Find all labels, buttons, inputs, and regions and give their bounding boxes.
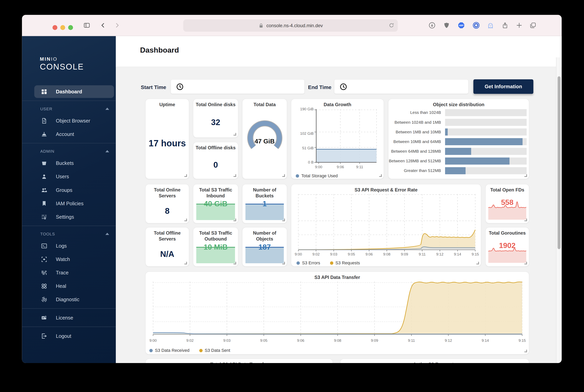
offline-disks-card: Total Offline disks 0 bbox=[193, 142, 238, 179]
resize-handle-icon[interactable] bbox=[282, 262, 285, 264]
settings-icon bbox=[41, 214, 47, 220]
resize-handle-icon[interactable] bbox=[282, 174, 285, 177]
traffic-inbound-value: 40 GiB bbox=[193, 200, 238, 208]
x-axis-tick: 9:12 bbox=[445, 338, 452, 342]
y-axis-tick: 102 GiB bbox=[291, 132, 314, 136]
buckets-card: Number of Buckets 1 bbox=[242, 184, 287, 224]
chart-title: Active S3 Requests bbox=[340, 362, 529, 363]
bar-fill bbox=[445, 138, 522, 145]
x-axis-tick: 9:14 bbox=[482, 338, 489, 342]
get-information-button[interactable]: Get Information bbox=[474, 80, 533, 94]
end-time-input[interactable] bbox=[334, 80, 468, 94]
offline-servers-value: N/A bbox=[146, 242, 189, 266]
end-time-label: End Time bbox=[308, 84, 332, 90]
sidebar-item-object-browser[interactable]: Object Browser bbox=[22, 114, 116, 127]
collapse-icon[interactable] bbox=[106, 108, 109, 110]
page-header: Dashboard bbox=[116, 36, 562, 67]
x-axis-tick: 9:15 bbox=[518, 338, 526, 342]
dashboard-icon bbox=[41, 88, 47, 95]
lock-icon bbox=[258, 22, 264, 28]
total-data-card: Total Data 47 GiB bbox=[242, 99, 287, 179]
resize-handle-icon[interactable] bbox=[184, 219, 187, 221]
goroutines-card: Total Goroutines 1902 bbox=[485, 227, 529, 266]
collapse-icon[interactable] bbox=[106, 233, 109, 235]
sidebar-item-settings[interactable]: Settings bbox=[22, 210, 116, 223]
start-time-input[interactable] bbox=[171, 80, 305, 94]
zoom-window-button[interactable] bbox=[68, 25, 73, 30]
address-bar[interactable]: console.ns-4.cloud.min.dev bbox=[183, 19, 398, 32]
user-icon bbox=[41, 173, 47, 180]
sidebar-item-heal[interactable]: Heal bbox=[22, 280, 116, 292]
bar-row: Between 1024B and 1MB bbox=[388, 119, 527, 126]
sidebar-item-label: Logout bbox=[56, 333, 71, 338]
sidebar-item-groups[interactable]: Groups bbox=[22, 184, 116, 196]
resize-handle-icon[interactable] bbox=[184, 174, 187, 177]
tab-overview-icon[interactable] bbox=[530, 22, 536, 29]
resize-handle-icon[interactable] bbox=[379, 174, 382, 177]
minimize-window-button[interactable] bbox=[60, 25, 65, 30]
sidebar-toggle-icon[interactable] bbox=[83, 22, 90, 29]
downloads-icon[interactable] bbox=[429, 22, 436, 29]
resize-handle-icon[interactable] bbox=[524, 219, 527, 221]
sidebar-item-label: Watch bbox=[56, 256, 70, 262]
onepassword-icon[interactable] bbox=[473, 22, 480, 29]
resize-handle-icon[interactable] bbox=[524, 262, 527, 264]
new-tab-icon[interactable] bbox=[516, 22, 522, 29]
sidebar-section-admin: ADMIN bbox=[22, 146, 116, 156]
resize-handle-icon[interactable] bbox=[234, 262, 236, 264]
x-axis-tick: 9:00 bbox=[150, 338, 157, 342]
sidebar-item-trace[interactable]: Trace bbox=[22, 266, 116, 279]
sidebar-section-label: ADMIN bbox=[40, 149, 54, 154]
sidebar-item-watch[interactable]: Watch bbox=[22, 253, 116, 266]
sidebar-item-logout[interactable]: Logout bbox=[22, 330, 116, 342]
chart-title: S3 API Data Transfer bbox=[146, 275, 529, 281]
license-icon bbox=[41, 314, 47, 321]
legend-dot bbox=[296, 174, 299, 178]
resize-handle-icon[interactable] bbox=[184, 262, 187, 264]
sidebar-item-buckets[interactable]: Buckets bbox=[22, 157, 116, 170]
card-title: Total S3 Traffic Inbound bbox=[193, 187, 238, 199]
sidebar-item-license[interactable]: License bbox=[22, 311, 116, 324]
legend-item: Total Storage Used bbox=[296, 174, 338, 178]
collapse-icon[interactable] bbox=[106, 150, 109, 152]
resize-handle-icon[interactable] bbox=[234, 133, 236, 136]
adblock-plus-icon[interactable]: ABP bbox=[458, 22, 465, 29]
x-axis-tick: 9:05 bbox=[260, 338, 267, 342]
share-icon[interactable] bbox=[502, 22, 508, 29]
group-icon bbox=[41, 187, 47, 193]
sidebar-section-user: USER bbox=[22, 104, 116, 114]
scrollbar-track[interactable] bbox=[556, 57, 562, 363]
sidebar-item-diagnostic[interactable]: Diagnostic bbox=[22, 293, 116, 306]
objects-value: 187 bbox=[242, 243, 287, 251]
refresh-icon[interactable] bbox=[388, 22, 394, 28]
sidebar-item-iam-policies[interactable]: IAM Policies bbox=[22, 197, 116, 210]
sidebar-item-logs[interactable]: Logs bbox=[22, 239, 116, 252]
resize-handle-icon[interactable] bbox=[234, 174, 236, 177]
ghostery-icon[interactable] bbox=[487, 22, 494, 29]
sidebar-item-account[interactable]: Account bbox=[22, 128, 116, 140]
scrollbar-thumb[interactable] bbox=[558, 76, 560, 249]
legend-dot bbox=[296, 261, 300, 264]
bar-fill bbox=[445, 167, 466, 174]
x-axis-tick: 9:08 bbox=[383, 252, 390, 256]
bucket-icon bbox=[41, 160, 47, 166]
legend-label: S3 Errors bbox=[302, 260, 320, 265]
shield-icon[interactable] bbox=[443, 22, 450, 29]
back-icon[interactable] bbox=[100, 22, 106, 29]
data-growth-card: Data Growth 190 GiB102 GiB51 GiB0 B9:009… bbox=[291, 99, 384, 179]
close-window-button[interactable] bbox=[52, 25, 58, 30]
sidebar-item-users[interactable]: Users bbox=[22, 170, 116, 183]
dashboard-content: Start Time End Time Get Information Upti… bbox=[116, 67, 562, 363]
forward-icon[interactable] bbox=[114, 22, 120, 29]
resize-handle-icon[interactable] bbox=[282, 219, 285, 221]
bar-fill bbox=[445, 148, 471, 155]
total-data-gauge bbox=[242, 114, 287, 153]
resize-handle-icon[interactable] bbox=[476, 262, 479, 264]
sidebar-item-dashboard[interactable]: Dashboard bbox=[34, 85, 114, 98]
resize-handle-icon[interactable] bbox=[234, 219, 236, 221]
sidebar-item-label: Logs bbox=[56, 243, 67, 248]
card-title: Total Offline Servers bbox=[146, 230, 189, 242]
resize-handle-icon[interactable] bbox=[524, 350, 527, 352]
x-axis-tick: 9:03 bbox=[330, 252, 337, 256]
legend-label: S3 Requests bbox=[335, 260, 360, 265]
